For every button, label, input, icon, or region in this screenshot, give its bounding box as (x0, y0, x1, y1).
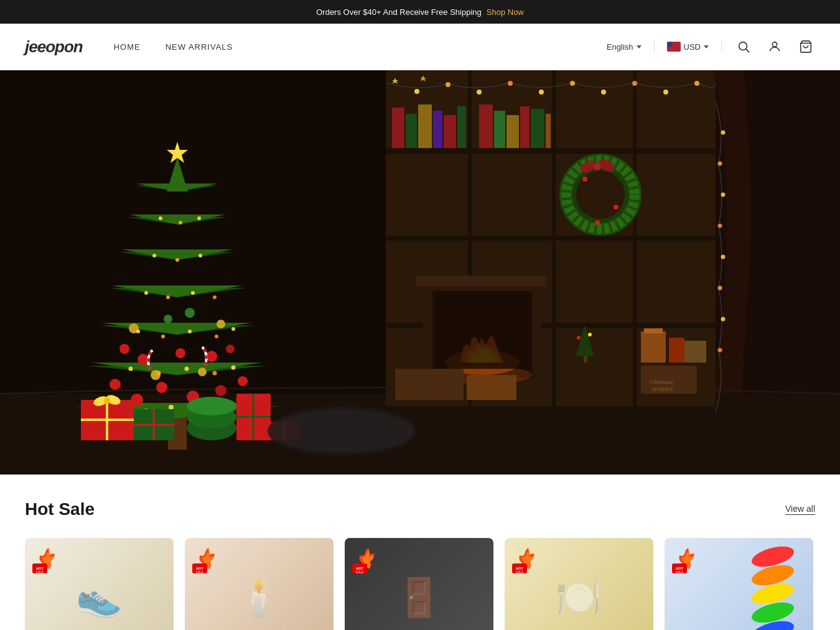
main-content: Hot Sale View all 👟 HOT SALE (0, 475, 840, 630)
svg-text:SALE: SALE (356, 570, 364, 574)
shop-now-link[interactable]: Shop Now (487, 7, 524, 17)
hot-sale-badge-5: HOT SALE (670, 543, 702, 578)
hot-sale-title: Hot Sale (25, 499, 95, 519)
cart-button[interactable] (796, 37, 815, 56)
announcement-text: Orders Over $40+ And Receive Free Shippi… (316, 7, 482, 17)
svg-point-2 (772, 42, 777, 47)
svg-text:SALE: SALE (516, 570, 524, 574)
account-button[interactable] (765, 37, 784, 56)
currency-chevron-icon (704, 45, 709, 49)
hot-sale-badge-2: HOT SALE (190, 543, 222, 578)
hero-section: Christmas WISHES (0, 70, 840, 475)
svg-text:SALE: SALE (36, 570, 44, 574)
language-label: English (607, 42, 633, 52)
currency-selector[interactable]: USD (667, 42, 709, 52)
header-divider (654, 40, 655, 53)
language-selector[interactable]: English (607, 42, 642, 52)
header-divider-2 (721, 40, 722, 53)
nav-item-new-arrivals[interactable]: NEW ARRIVALS (166, 41, 233, 52)
flag-icon-us (667, 42, 681, 52)
account-icon (768, 40, 782, 53)
hot-sale-header: Hot Sale View all (25, 499, 815, 519)
svg-text:SALE: SALE (676, 570, 684, 574)
products-row: 👟 HOT SALE 🕯️ (25, 538, 815, 630)
header-right: English USD (607, 37, 815, 56)
cart-icon (799, 40, 813, 53)
search-icon (737, 40, 750, 53)
svg-point-0 (739, 42, 747, 50)
hot-sale-badge-3: HOT SALE (350, 543, 382, 578)
product-3-visual: 🚪 (396, 575, 442, 619)
svg-rect-154 (0, 70, 840, 475)
hot-sale-badge-4: HOT SALE (510, 543, 542, 578)
nav-item-home[interactable]: HOME (114, 41, 141, 52)
hero-scene-svg: Christmas WISHES (0, 70, 840, 475)
header: jeeopon HOME NEW ARRIVALS English USD (0, 24, 840, 70)
currency-label: USD (684, 42, 701, 52)
main-nav: HOME NEW ARRIVALS (114, 41, 233, 52)
product-1-visual: 👟 (76, 575, 123, 619)
view-all-link[interactable]: View all (785, 504, 815, 515)
svg-line-1 (746, 49, 749, 52)
product-card-5[interactable]: HOT SALE (665, 538, 813, 630)
announcement-bar: Orders Over $40+ And Receive Free Shippi… (0, 0, 840, 24)
product-2-visual: 🕯️ (236, 575, 282, 619)
logo[interactable]: jeeopon (25, 37, 83, 57)
product-card-4[interactable]: 🍽️ HOT SALE (505, 538, 653, 630)
product-card-2[interactable]: 🕯️ HOT SALE (185, 538, 334, 630)
search-button[interactable] (734, 37, 753, 56)
product-card-3[interactable]: 🚪 HOT SALE (345, 538, 493, 630)
svg-text:SALE: SALE (196, 570, 204, 574)
language-chevron-icon (637, 45, 642, 49)
hot-sale-badge-1: HOT SALE (30, 543, 62, 578)
product-4-visual: 🍽️ (556, 575, 602, 619)
product-card-1[interactable]: 👟 HOT SALE (25, 538, 174, 630)
